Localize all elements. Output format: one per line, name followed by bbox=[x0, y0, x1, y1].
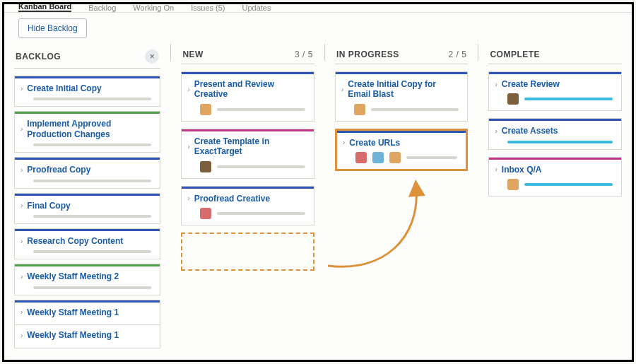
card-title: Create Initial Copy bbox=[27, 83, 101, 93]
card-title: Proofread Creative bbox=[194, 194, 270, 204]
backlog-card[interactable]: ›Weekly Staff Meeting 1 bbox=[14, 300, 160, 324]
chevron-right-icon: › bbox=[495, 81, 497, 88]
chevron-right-icon: › bbox=[20, 331, 23, 339]
chevron-right-icon: › bbox=[20, 273, 23, 281]
avatar-icon bbox=[355, 152, 367, 163]
column-complete: COMPLETE ›Create Review ›Create Assets ›… bbox=[488, 47, 622, 348]
chevron-right-icon: › bbox=[20, 308, 23, 316]
tab-kanban-board[interactable]: Kanban Board bbox=[18, 4, 71, 12]
column-separator bbox=[170, 44, 171, 61]
avatar-icon bbox=[354, 104, 365, 115]
card-title: Create Review bbox=[502, 79, 560, 89]
progress-bar bbox=[507, 141, 613, 143]
column-count: 3 / 5 bbox=[295, 49, 313, 59]
task-card[interactable]: ›Present and Review Creative bbox=[181, 71, 314, 122]
kanban-board: BACKLOG × ›Create Initial Copy ›Implemen… bbox=[4, 47, 632, 358]
card-title: Weekly Staff Meeting 1 bbox=[27, 330, 119, 340]
chevron-right-icon: › bbox=[20, 237, 23, 245]
card-title: Final Copy bbox=[27, 201, 70, 211]
card-title: Create Initial Copy for Email Blast bbox=[348, 79, 460, 100]
chevron-right-icon: › bbox=[341, 86, 343, 93]
tab-issues[interactable]: Issues (5) bbox=[191, 4, 225, 12]
chevron-right-icon: › bbox=[343, 139, 345, 146]
task-card[interactable]: ›Create Initial Copy for Email Blast bbox=[335, 71, 469, 122]
backlog-card[interactable]: ›Weekly Staff Meeting 1 bbox=[14, 324, 160, 348]
progress-bar bbox=[524, 183, 613, 186]
backlog-card[interactable]: ›Proofread Copy bbox=[14, 157, 160, 188]
column-separator bbox=[478, 44, 478, 61]
column-header-backlog: BACKLOG × bbox=[14, 47, 160, 69]
column-backlog: BACKLOG × ›Create Initial Copy ›Implemen… bbox=[14, 47, 160, 348]
card-title: Implement Approved Production Changes bbox=[27, 119, 153, 139]
backlog-card[interactable]: ›Create Initial Copy bbox=[14, 76, 160, 107]
task-card[interactable]: ›Inbox Q/A bbox=[488, 157, 622, 196]
task-card[interactable]: ›Create Assets bbox=[488, 118, 622, 149]
progress-bar bbox=[33, 215, 151, 218]
card-title: Weekly Staff Meeting 2 bbox=[27, 271, 119, 281]
avatar-icon bbox=[200, 208, 211, 219]
task-card[interactable]: ›Create Template in ExactTarget bbox=[181, 129, 314, 179]
backlog-card-list: ›Create Initial Copy ›Implement Approved… bbox=[14, 76, 160, 348]
backlog-card[interactable]: ›Weekly Staff Meeting 2 bbox=[14, 264, 160, 295]
card-title: Create Template in ExactTarget bbox=[194, 136, 307, 157]
column-header-in-progress: IN PROGRESS 2 / 5 bbox=[335, 47, 469, 64]
card-title: Proofread Copy bbox=[27, 165, 90, 175]
app-frame: Kanban Board Backlog Working On Issues (… bbox=[2, 2, 634, 362]
chevron-right-icon: › bbox=[187, 194, 189, 202]
progress-bar bbox=[371, 108, 459, 111]
progress-bar bbox=[217, 212, 305, 215]
chevron-right-icon: › bbox=[495, 127, 497, 135]
avatar-icon bbox=[507, 179, 519, 190]
chevron-right-icon: › bbox=[20, 85, 23, 93]
chevron-right-icon: › bbox=[20, 201, 23, 209]
backlog-card[interactable]: ›Research Copy Content bbox=[14, 228, 160, 259]
top-tabs: Kanban Board Backlog Working On Issues (… bbox=[4, 4, 632, 13]
progress-bar bbox=[217, 108, 305, 111]
avatar-icon bbox=[389, 152, 401, 163]
column-title: COMPLETE bbox=[490, 49, 540, 59]
toolbar-row: Hide Backlog bbox=[4, 13, 632, 47]
chevron-right-icon: › bbox=[495, 165, 497, 173]
progress-bar bbox=[33, 286, 151, 289]
progress-bar bbox=[217, 165, 305, 168]
drop-placeholder[interactable] bbox=[181, 233, 314, 271]
backlog-card[interactable]: ›Final Copy bbox=[14, 193, 160, 224]
backlog-card[interactable]: ›Implement Approved Production Changes bbox=[14, 111, 160, 153]
tab-backlog[interactable]: Backlog bbox=[88, 4, 116, 12]
column-title: NEW bbox=[182, 49, 204, 59]
column-title: IN PROGRESS bbox=[336, 49, 399, 59]
avatar-icon bbox=[200, 104, 211, 115]
avatar-icon bbox=[372, 152, 384, 163]
progress-bar bbox=[33, 98, 151, 100]
progress-bar bbox=[33, 143, 151, 146]
close-icon[interactable]: × bbox=[145, 49, 159, 64]
task-card-highlighted[interactable]: ›Create URLs bbox=[335, 129, 469, 171]
tab-updates[interactable]: Updates bbox=[242, 4, 271, 12]
card-title: Present and Review Creative bbox=[194, 79, 307, 100]
chevron-right-icon: › bbox=[187, 143, 189, 151]
column-count: 2 / 5 bbox=[449, 49, 467, 59]
column-title: BACKLOG bbox=[16, 52, 61, 61]
chevron-right-icon: › bbox=[20, 125, 23, 133]
column-header-complete: COMPLETE bbox=[488, 47, 622, 64]
hide-backlog-button[interactable]: Hide Backlog bbox=[18, 18, 87, 38]
card-title: Weekly Staff Meeting 1 bbox=[27, 307, 119, 317]
chevron-right-icon: › bbox=[20, 166, 23, 174]
card-title: Inbox Q/A bbox=[502, 165, 542, 175]
chevron-right-icon: › bbox=[187, 86, 189, 93]
column-new: NEW 3 / 5 ›Present and Review Creative ›… bbox=[181, 47, 314, 348]
column-separator bbox=[324, 44, 325, 61]
task-card[interactable]: ›Proofread Creative bbox=[181, 186, 314, 225]
tab-working-on[interactable]: Working On bbox=[133, 4, 174, 12]
progress-bar bbox=[33, 180, 151, 182]
card-title: Create URLs bbox=[349, 138, 400, 148]
progress-bar bbox=[406, 156, 458, 159]
avatar-icon bbox=[200, 161, 211, 172]
progress-bar bbox=[524, 98, 613, 100]
progress-bar bbox=[33, 250, 151, 253]
task-card[interactable]: ›Create Review bbox=[488, 71, 622, 111]
card-title: Create Assets bbox=[502, 126, 558, 136]
avatar-icon bbox=[507, 93, 519, 105]
column-header-new: NEW 3 / 5 bbox=[181, 47, 314, 64]
column-in-progress: IN PROGRESS 2 / 5 ›Create Initial Copy f… bbox=[335, 47, 469, 348]
